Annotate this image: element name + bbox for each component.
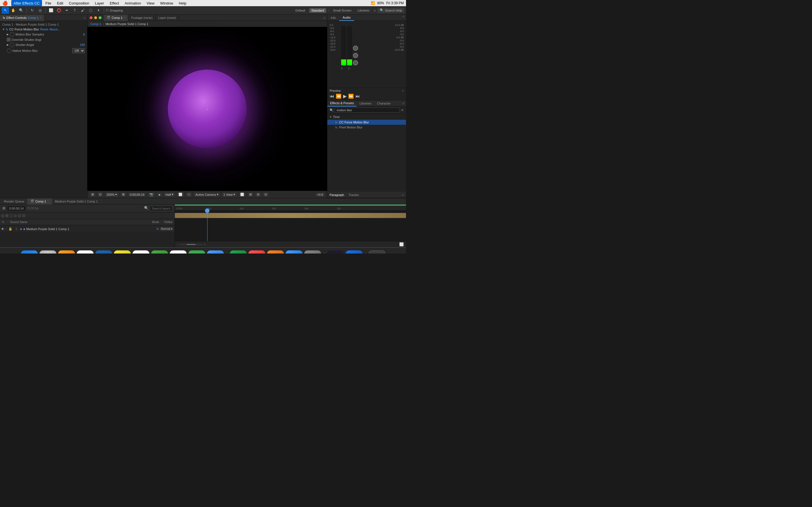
dock-maps[interactable]: 🗺 [151,250,168,254]
dock-system-prefs[interactable]: ⚙ [304,250,321,254]
puppet-tool[interactable]: ✦ [95,7,102,14]
knob-right[interactable] [353,60,358,65]
dock-facetime[interactable]: 📹 [188,250,205,254]
snapping-control[interactable]: ☐ Snapping [106,8,123,12]
breadcrumb-comp1[interactable]: Comp 1 [90,22,101,25]
menu-effect[interactable]: Effect [107,0,121,6]
time-category-arrow[interactable]: ▼ [329,116,332,118]
dock-trash[interactable]: 🗑 [368,250,386,254]
dock-messages[interactable]: 💬 [207,250,224,254]
knob-center[interactable] [353,53,358,58]
workspace-default[interactable]: Default [293,8,308,13]
tab-info[interactable]: Info [327,15,339,21]
layer-row-1[interactable]: 👁 ○ 🔓 1 ▶ ■ Medium Purple Solid 1 Comp 1… [0,225,174,233]
tab-effect-controls-close[interactable]: × [40,16,42,19]
zoom-control[interactable]: 200% ▾ [105,192,119,196]
layer-fx-toggle[interactable]: fx [156,227,159,230]
layer-toolbar-btn-2[interactable]: ⊞ [5,214,8,218]
tab-footage[interactable]: Footage (none) [128,15,155,21]
dock-quicktime[interactable]: Q [346,250,363,254]
composition-viewer[interactable]: ⬦ [87,27,327,191]
dock-numbers[interactable]: 📊 [230,250,247,254]
layer-toolbar-btn-5[interactable]: ⊡ [18,214,21,218]
view-camera-control[interactable]: Active Camera ▾ [194,192,220,196]
workspace-libraries[interactable]: Libraries [355,8,371,13]
fx-item-cc-force-motion-blur[interactable]: fx CC Force Motion Blur [327,120,406,125]
dock-photos[interactable]: 🌸 [170,250,187,254]
tl-zoom-out[interactable]: − [177,243,179,246]
preview-menu[interactable]: ≡ [402,89,404,93]
apple-menu[interactable]: 🍎 [2,1,8,6]
zoom-tool[interactable]: 🔍 [17,7,25,14]
panel-menu[interactable]: ≡ [84,16,87,19]
step-forward-btn[interactable]: ⏩ [348,94,354,99]
menu-composition[interactable]: Composition [66,0,91,6]
timecode-display-tl[interactable]: 0:00:00:14 [7,206,26,211]
tl-zoom-in[interactable]: + [204,243,205,246]
fx-panel-menu[interactable]: ≡ [403,102,406,105]
dock-siri[interactable]: 🎤 [40,250,56,254]
effect-expand-triangle[interactable]: ▼ [2,28,5,31]
tab-audio[interactable]: Audio [339,15,354,21]
menu-view[interactable]: View [144,0,157,6]
layer-toolbar-btn-1[interactable]: ◎ [1,214,4,218]
timecode-display[interactable]: 0:00:00:14 [128,193,146,196]
dock-music[interactable]: 🎵 [248,250,265,254]
menu-layer[interactable]: Layer [93,0,107,6]
go-to-end-btn[interactable]: ⏭ [356,94,360,99]
dock-finder[interactable]: 🖥 [21,250,38,254]
reset-button[interactable]: Reset [40,27,48,31]
tab-libraries[interactable]: Libraries [357,100,374,107]
menu-after-effects[interactable]: After Effects CC [11,0,42,6]
search-help-box[interactable]: 🔍 Search Help [377,8,404,13]
snapping-checkbox[interactable]: ☐ [106,8,109,12]
tab-timeline-comp1[interactable]: 🎬 Comp 1 × [28,198,52,205]
layer-track-1[interactable] [175,213,406,218]
tl-zoom-slider[interactable] [180,244,202,245]
dock-books[interactable]: 📚 [267,250,284,254]
camera-orbit-tool[interactable]: ◎ [36,7,44,14]
layer-blend-mode-1[interactable]: Normal ▾ [160,227,173,231]
fx-item-pixel-motion-blur[interactable]: fx Pixel Motion Blur [327,125,406,130]
fx-search-input[interactable] [335,108,400,113]
mask-rect-tool[interactable]: ⬜ [47,7,55,14]
dock-launchpad[interactable]: 🚀 [58,250,75,254]
grid-layout-btn[interactable]: ⊟ [255,192,261,196]
menu-file[interactable]: File [43,0,54,6]
dock-app-store[interactable]: A [286,250,303,254]
layer-visible-btn[interactable]: 👁 [1,227,4,231]
tab-character[interactable]: Character [374,100,393,107]
mask-ellipse-tool[interactable]: ⭕ [55,7,63,14]
tab-tracker[interactable]: Tracker [349,193,359,196]
prop-value-motion-blur[interactable]: 8 [83,33,85,36]
menu-help[interactable]: Help [176,0,189,6]
layer-toolbar-btn-4[interactable]: ⊙ [14,214,17,218]
layer-expand-btn[interactable]: ▶ [20,228,22,230]
right-panel-menu[interactable]: ≡ [403,15,406,20]
selection-tool[interactable]: ↖ [2,7,9,14]
clone-tool[interactable]: ⬡ [87,7,94,14]
workspace-standard[interactable]: Standard [309,8,326,13]
native-blur-dropdown[interactable]: Off On [72,48,85,53]
reset-view-btn[interactable]: ⬜ [239,192,246,196]
fx-search-clear[interactable]: ✕ [401,108,404,112]
dock-mail[interactable]: ✉ [95,250,112,254]
playhead-handle[interactable] [205,209,209,213]
color-dots[interactable]: ● [157,193,162,196]
menu-window[interactable]: Window [158,0,175,6]
comp-panel-menu[interactable]: ≡ [324,16,327,19]
go-to-start-btn[interactable]: ⏮ [329,94,334,99]
tl-search-input[interactable] [150,206,172,211]
quality-control[interactable]: Half ▾ [164,192,175,196]
paint-tool[interactable]: 🖌 [79,7,86,14]
tl-search-btn[interactable]: 🔍 [144,206,149,211]
tab-comp1[interactable]: 🎬 Comp 1 × [104,15,128,21]
tab-paragraph[interactable]: Paragraph [329,193,344,196]
pp-menu[interactable]: ≡ [402,193,404,196]
text-tool[interactable]: T [71,7,79,14]
dock-notes[interactable]: 📝 [114,250,131,254]
tab-effects-presets[interactable]: Effects & Presets [327,100,357,107]
snap-btn[interactable]: ⊡ [263,192,269,196]
tab-effect-controls[interactable]: fx Effect Controls Comp 1 × [0,15,45,21]
rotation-tool[interactable]: ↻ [29,7,36,14]
